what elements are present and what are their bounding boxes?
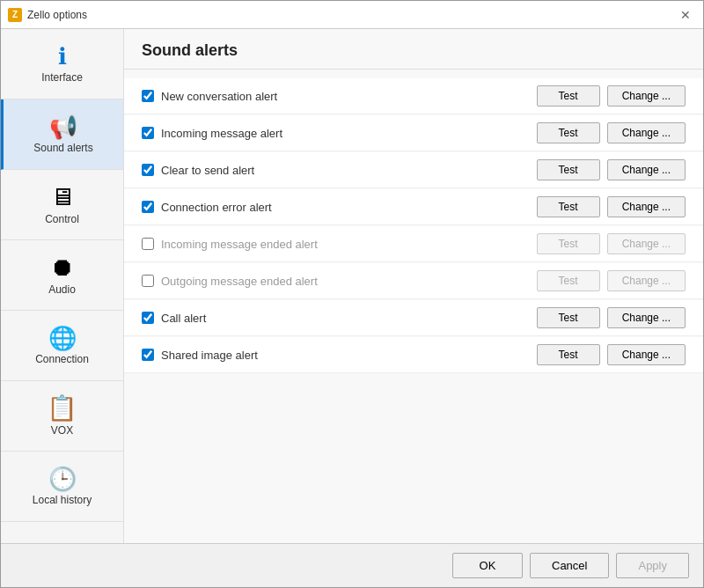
change-button-shared-image[interactable]: Change ... [607, 344, 686, 365]
apply-button[interactable]: Apply [616, 553, 689, 578]
alert-row-clear-to-send: Clear to send alert Test Change ... [124, 152, 703, 188]
close-button[interactable]: ✕ [675, 4, 696, 26]
alert-row-shared-image: Shared image alert Test Change ... [124, 337, 703, 373]
local-history-icon: 🕒 [48, 467, 77, 490]
test-button-outgoing-message-ended[interactable]: Test [537, 270, 600, 291]
connection-icon: 🌐 [48, 327, 77, 349]
alert-row-incoming-message-ended: Incoming message ended alert Test Change… [124, 226, 703, 262]
vox-icon: 📋 [47, 396, 77, 421]
alert-label-new-conversation: New conversation alert [161, 90, 530, 103]
sidebar-item-control-label: Control [45, 213, 79, 225]
footer: OK Cancel Apply [1, 543, 703, 587]
alert-label-clear-to-send: Clear to send alert [161, 164, 530, 177]
sidebar-item-interface-label: Interface [41, 71, 83, 84]
content-header: Sound alerts [124, 29, 703, 70]
content-title: Sound alerts [142, 41, 686, 60]
checkbox-new-conversation[interactable] [142, 90, 154, 102]
alert-label-incoming-message-ended: Incoming message ended alert [161, 238, 530, 251]
alert-row-call-alert: Call alert Test Change ... [124, 300, 703, 336]
app-icon: Z [8, 8, 22, 22]
sidebar-item-connection[interactable]: 🌐 Connection [1, 311, 123, 381]
alerts-list: New conversation alert Test Change ... I… [124, 70, 703, 543]
sidebar-item-sound-alerts-label: Sound alerts [33, 142, 92, 154]
checkbox-incoming-message[interactable] [142, 127, 154, 139]
window-title: Zello options [27, 9, 87, 21]
sidebar-item-audio-label: Audio [48, 283, 76, 296]
test-button-shared-image[interactable]: Test [537, 344, 600, 365]
alert-label-connection-error: Connection error alert [161, 201, 530, 214]
alert-label-call-alert: Call alert [161, 312, 530, 325]
alert-row-new-conversation: New conversation alert Test Change ... [124, 78, 703, 114]
sidebar: ℹ Interface 📢 Sound alerts 🖥 Control ⏺ A… [1, 29, 124, 543]
audio-icon: ⏺ [50, 255, 75, 280]
main-content: ℹ Interface 📢 Sound alerts 🖥 Control ⏺ A… [1, 29, 703, 543]
alert-label-incoming-message: Incoming message alert [161, 127, 530, 140]
change-button-connection-error[interactable]: Change ... [607, 196, 686, 217]
sidebar-item-control[interactable]: 🖥 Control [1, 170, 123, 240]
content-area: Sound alerts New conversation alert Test… [124, 29, 703, 543]
checkbox-outgoing-message-ended[interactable] [142, 275, 154, 287]
checkbox-call-alert[interactable] [142, 312, 154, 324]
test-button-incoming-message-ended[interactable]: Test [537, 233, 600, 254]
cancel-button[interactable]: Cancel [530, 553, 609, 578]
ok-button[interactable]: OK [452, 553, 523, 578]
sound-alerts-icon: 📢 [49, 115, 77, 138]
sidebar-item-local-history[interactable]: 🕒 Local history [1, 452, 123, 522]
change-button-incoming-message[interactable]: Change ... [607, 122, 686, 143]
change-button-call-alert[interactable]: Change ... [607, 307, 686, 328]
sidebar-item-audio[interactable]: ⏺ Audio [1, 240, 123, 311]
change-button-incoming-message-ended[interactable]: Change ... [607, 233, 686, 254]
alert-label-outgoing-message-ended: Outgoing message ended alert [161, 275, 530, 288]
change-button-clear-to-send[interactable]: Change ... [607, 159, 686, 180]
sidebar-item-local-history-label: Local history [33, 494, 92, 506]
test-button-new-conversation[interactable]: Test [537, 85, 600, 107]
alert-row-incoming-message: Incoming message alert Test Change ... [124, 115, 703, 151]
alert-row-outgoing-message-ended: Outgoing message ended alert Test Change… [124, 263, 703, 299]
sidebar-item-vox[interactable]: 📋 VOX [1, 381, 123, 452]
test-button-clear-to-send[interactable]: Test [537, 159, 600, 180]
checkbox-incoming-message-ended[interactable] [142, 238, 154, 250]
test-button-call-alert[interactable]: Test [537, 307, 600, 328]
control-icon: 🖥 [50, 185, 75, 209]
title-bar: Z Zello options ✕ [1, 1, 703, 29]
checkbox-connection-error[interactable] [142, 201, 154, 213]
alert-row-connection-error: Connection error alert Test Change ... [124, 189, 703, 225]
sidebar-item-interface[interactable]: ℹ Interface [1, 29, 123, 99]
test-button-incoming-message[interactable]: Test [537, 122, 600, 143]
sidebar-item-sound-alerts[interactable]: 📢 Sound alerts [1, 99, 123, 170]
title-bar-left: Z Zello options [8, 8, 87, 22]
alert-label-shared-image: Shared image alert [161, 349, 530, 362]
interface-icon: ℹ [58, 45, 67, 68]
main-window: Z Zello options ✕ ℹ Interface 📢 Sound al… [0, 0, 704, 588]
test-button-connection-error[interactable]: Test [537, 196, 600, 217]
sidebar-item-connection-label: Connection [35, 353, 89, 365]
change-button-new-conversation[interactable]: Change ... [607, 85, 686, 107]
checkbox-clear-to-send[interactable] [142, 164, 154, 176]
checkbox-shared-image[interactable] [142, 349, 154, 361]
change-button-outgoing-message-ended[interactable]: Change ... [607, 270, 686, 291]
sidebar-item-vox-label: VOX [51, 424, 73, 437]
